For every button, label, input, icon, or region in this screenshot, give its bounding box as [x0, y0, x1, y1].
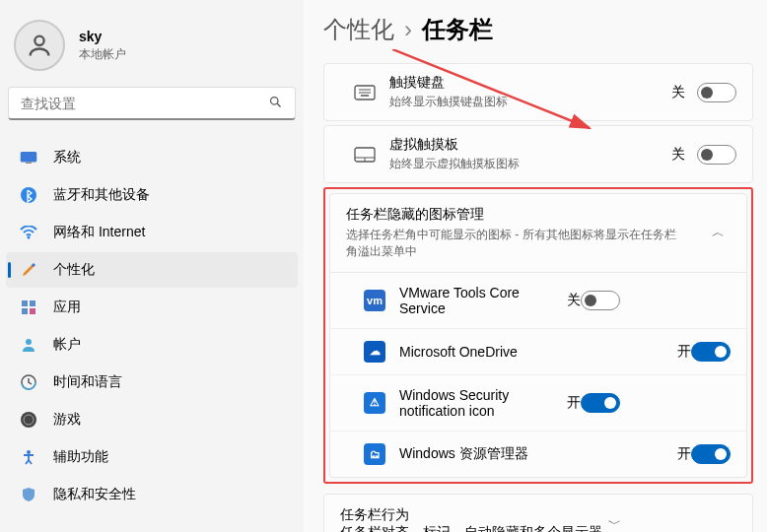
sidebar: sky 本地帐户 系统 蓝牙和其他设备 网络和 Internet: [0, 0, 304, 532]
svg-rect-3: [21, 152, 37, 163]
svg-line-2: [277, 103, 280, 106]
row-subtitle: 始终显示触摸键盘图标: [389, 94, 671, 110]
svg-point-6: [28, 236, 31, 239]
toggle-switch[interactable]: [581, 291, 620, 310]
svg-rect-7: [22, 300, 28, 306]
tray-item-title: Windows Security notification icon: [399, 387, 567, 419]
tray-item-title: Windows 资源管理器: [399, 445, 677, 463]
nav-label: 隐私和安全性: [53, 486, 136, 503]
svg-point-16: [27, 450, 31, 454]
clock-icon: [20, 373, 37, 391]
group-title: 任务栏隐藏的图标管理: [346, 206, 706, 224]
setting-row-virtual-touchpad[interactable]: 虚拟触摸板 始终显示虚拟触摸板图标 关: [323, 125, 753, 183]
avatar: [14, 20, 65, 71]
toggle-state: 关: [671, 146, 685, 164]
nav-label: 时间和语言: [53, 373, 122, 391]
nav-label: 应用: [53, 299, 81, 316]
group-title: 任务栏行为: [340, 506, 602, 524]
search-box[interactable]: [8, 87, 296, 120]
breadcrumb: 个性化 › 任务栏: [323, 6, 753, 63]
row-title: 虚拟触摸板: [389, 136, 671, 154]
svg-rect-4: [26, 163, 32, 165]
row-title: 触摸键盘: [389, 74, 671, 92]
shield-icon: [20, 486, 37, 503]
nav-list: 系统 蓝牙和其他设备 网络和 Internet 个性化 应用 帐户: [6, 140, 298, 512]
profile-account-type: 本地帐户: [79, 46, 126, 63]
nav-accessibility[interactable]: 辅助功能: [6, 439, 298, 475]
nav-label: 个性化: [53, 261, 95, 279]
app-icon: vm: [364, 290, 385, 311]
wifi-icon: [20, 224, 37, 241]
nav-personalization[interactable]: 个性化: [6, 252, 298, 288]
row-subtitle: 始终显示虚拟触摸板图标: [389, 156, 671, 172]
bluetooth-icon: [20, 186, 37, 204]
chevron-down-icon: ﹀: [602, 515, 627, 532]
app-icon: ☁: [364, 341, 385, 363]
nav-label: 游戏: [53, 411, 81, 429]
toggle-switch[interactable]: [581, 393, 620, 413]
annotation-highlight-box: 任务栏隐藏的图标管理 选择任务栏角中可能显示的图标 - 所有其他图标将显示在任务…: [323, 187, 753, 484]
app-icon: ⚠: [364, 392, 385, 414]
apps-icon: [20, 299, 37, 316]
nav-time[interactable]: 时间和语言: [6, 365, 298, 400]
nav-system[interactable]: 系统: [6, 140, 298, 175]
tray-item-onedrive[interactable]: ☁ Microsoft OneDrive 开: [329, 329, 747, 375]
nav-gaming[interactable]: 游戏: [6, 402, 298, 437]
person-icon: [20, 336, 37, 354]
nav-network[interactable]: 网络和 Internet: [6, 215, 298, 250]
breadcrumb-current: 任务栏: [422, 14, 493, 45]
toggle-state: 关: [567, 292, 581, 309]
touchpad-icon: [340, 147, 389, 163]
accessibility-icon: [20, 448, 37, 466]
nav-bluetooth[interactable]: 蓝牙和其他设备: [6, 177, 298, 213]
tray-item-explorer[interactable]: 🗂 Windows 资源管理器 开: [329, 432, 747, 478]
profile-block[interactable]: sky 本地帐户: [6, 10, 298, 87]
breadcrumb-parent[interactable]: 个性化: [323, 14, 394, 45]
app-icon: 🗂: [364, 443, 385, 465]
paintbrush-icon: [20, 261, 37, 279]
group-subtitle: 任务栏对齐、标记、自动隐藏和多个显示器: [340, 524, 602, 532]
nav-label: 帐户: [53, 336, 81, 354]
svg-point-11: [26, 339, 32, 345]
toggle-switch[interactable]: [697, 145, 736, 165]
svg-rect-9: [22, 308, 28, 314]
chevron-up-icon: ︿: [706, 224, 731, 241]
nav-apps[interactable]: 应用: [6, 290, 298, 325]
tray-item-title: Microsoft OneDrive: [399, 344, 677, 360]
tray-item-vmware[interactable]: vm VMware Tools Core Service 关: [329, 273, 747, 329]
group-subtitle: 选择任务栏角中可能显示的图标 - 所有其他图标将显示在任务栏角溢出菜单中: [346, 227, 681, 260]
main-content: 个性化 › 任务栏 触摸键盘 始终显示触摸键盘图标 关 虚拟触摸板 始终显示虚拟…: [304, 0, 767, 532]
nav-privacy[interactable]: 隐私和安全性: [6, 477, 298, 512]
svg-rect-10: [30, 308, 35, 314]
toggle-switch[interactable]: [691, 444, 731, 464]
nav-label: 系统: [53, 149, 81, 166]
group-header-tray-icons[interactable]: 任务栏隐藏的图标管理 选择任务栏角中可能显示的图标 - 所有其他图标将显示在任务…: [329, 193, 747, 273]
nav-label: 网络和 Internet: [53, 224, 145, 241]
setting-row-touch-keyboard[interactable]: 触摸键盘 始终显示触摸键盘图标 关: [323, 63, 753, 121]
toggle-state: 开: [677, 445, 691, 463]
svg-point-1: [271, 97, 279, 104]
tray-item-title: VMware Tools Core Service: [399, 285, 567, 316]
toggle-switch[interactable]: [697, 83, 736, 102]
toggle-switch[interactable]: [691, 342, 731, 362]
nav-accounts[interactable]: 帐户: [6, 327, 298, 363]
search-input[interactable]: [21, 96, 268, 111]
keyboard-icon: [340, 85, 389, 100]
toggle-state: 关: [671, 84, 685, 101]
group-header-taskbar-behavior[interactable]: 任务栏行为 任务栏对齐、标记、自动隐藏和多个显示器 ﹀: [323, 494, 753, 532]
tray-item-security[interactable]: ⚠ Windows Security notification icon 开: [329, 375, 747, 432]
search-icon: [268, 95, 283, 112]
profile-username: sky: [79, 29, 126, 44]
svg-rect-8: [30, 300, 35, 306]
breadcrumb-sep-icon: ›: [404, 16, 412, 43]
gaming-icon: [20, 411, 37, 429]
toggle-state: 开: [567, 394, 581, 412]
toggle-state: 开: [677, 343, 691, 361]
nav-label: 蓝牙和其他设备: [53, 186, 150, 204]
svg-point-14: [21, 412, 36, 428]
nav-label: 辅助功能: [53, 448, 108, 466]
svg-point-0: [35, 36, 43, 45]
system-icon: [20, 149, 37, 166]
